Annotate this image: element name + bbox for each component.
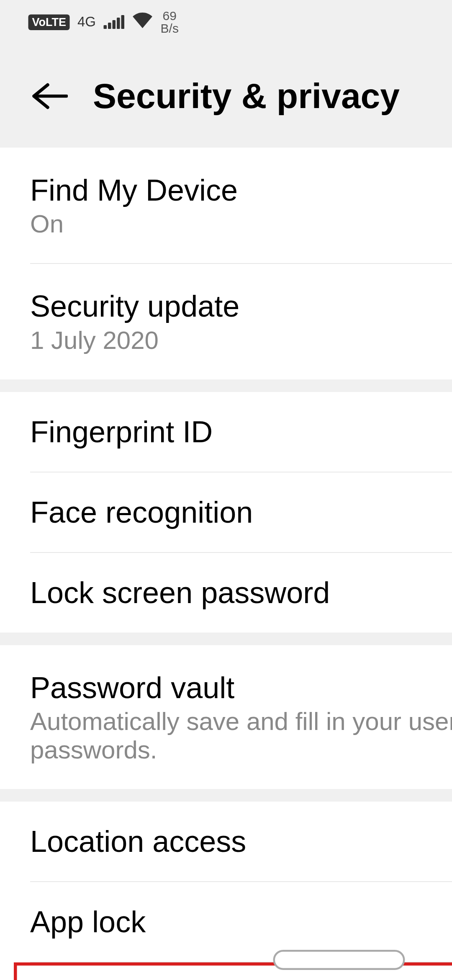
row-title: Lock screen password <box>30 575 452 610</box>
item-face-recognition[interactable]: Face recognition <box>0 472 452 552</box>
page-title: Security & privacy <box>93 75 452 116</box>
item-location-access[interactable]: Location access On <box>0 802 452 882</box>
item-find-my-device[interactable]: Find My Device On <box>0 148 452 263</box>
row-title: Find My Device <box>30 173 452 208</box>
network-speed: 69 B/s <box>161 10 179 35</box>
item-security-update[interactable]: Security update 1 July 2020 <box>0 264 452 379</box>
status-bar: VoLTE 4G 69 B/s 70 10:43 <box>0 0 452 44</box>
wifi-icon <box>132 12 153 33</box>
row-title: Fingerprint ID <box>30 415 452 449</box>
row-subtitle: Automatically save and fill in your user… <box>30 707 452 764</box>
row-title: Face recognition <box>30 495 452 530</box>
row-subtitle: On <box>30 210 452 238</box>
page-header: Security & privacy <box>0 44 452 148</box>
row-title: Password vault <box>30 671 452 705</box>
row-title: Location access <box>30 824 452 859</box>
arrow-left-icon <box>30 82 68 110</box>
row-title: App lock <box>30 905 452 939</box>
row-title: Security update <box>30 289 452 324</box>
signal-icon <box>103 15 124 29</box>
network-4g-label: 4G <box>77 14 96 30</box>
item-password-vault[interactable]: Password vault Automatically save and fi… <box>0 645 452 789</box>
row-subtitle: 1 July 2020 <box>30 326 452 355</box>
item-fingerprint-id[interactable]: Fingerprint ID <box>0 392 452 472</box>
item-lock-screen-password[interactable]: Lock screen password <box>0 553 452 633</box>
navigation-pill[interactable] <box>273 950 405 970</box>
volte-badge: VoLTE <box>28 14 70 30</box>
back-button[interactable] <box>30 77 68 115</box>
